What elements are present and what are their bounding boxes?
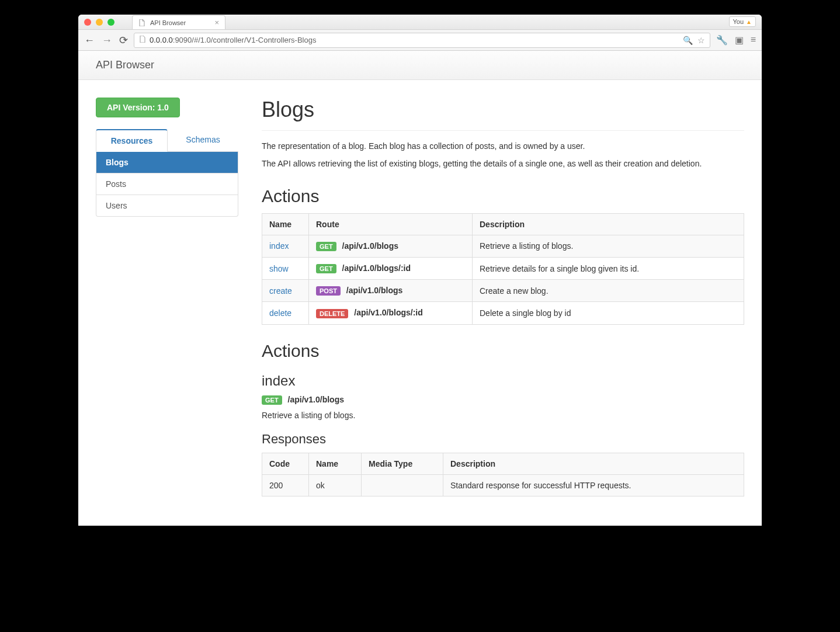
col-name: Name (262, 213, 309, 235)
route-path: /api/v1.0/blogs (346, 286, 402, 295)
col-description: Description (473, 213, 744, 235)
nav-buttons: ← → ⟳ (84, 35, 128, 46)
actions-heading: Actions (262, 186, 744, 206)
route-path: /api/v1.0/blogs (288, 395, 344, 404)
responses-heading: Responses (262, 432, 744, 447)
action-link-show[interactable]: show (269, 264, 289, 273)
method-badge-delete: DELETE (316, 309, 348, 318)
sidebar-tabs: Resources Schemas (96, 129, 238, 152)
browser-toolbar: ← → ⟳ 0.0.0.0:9090/#/1.0/controller/V1-C… (78, 30, 762, 51)
window-controls (84, 19, 114, 26)
sidebar-item-users[interactable]: Users (96, 195, 238, 216)
tab-schemas[interactable]: Schemas (168, 129, 238, 151)
action-name: index (262, 373, 744, 389)
col-description: Description (443, 453, 744, 475)
app-navbar: API Browser (78, 51, 762, 80)
api-version-button[interactable]: API Version: 1.0 (96, 98, 180, 117)
route-cell: GET /api/v1.0/blogs/:id (309, 257, 473, 279)
table-row: create POST /api/v1.0/blogs Create a new… (262, 280, 744, 302)
actions-detail-heading: Actions (262, 341, 744, 361)
brand[interactable]: API Browser (96, 59, 154, 71)
sidebar: API Version: 1.0 Resources Schemas Blogs… (96, 98, 238, 508)
profile-badge[interactable]: You ▲ (729, 16, 756, 27)
method-badge-get: GET (262, 395, 282, 405)
menu-icon[interactable]: ≡ (751, 34, 756, 46)
site-info-icon[interactable] (139, 36, 146, 44)
browser-window: API Browser × You ▲ ← → ⟳ 0.0.0.0:9090/#… (78, 15, 762, 526)
description-2: The API allows retrieving the list of ex… (262, 158, 744, 169)
bookmark-icon[interactable]: ☆ (697, 36, 705, 45)
action-link-delete[interactable]: delete (269, 308, 291, 318)
col-media: Media Type (362, 453, 443, 475)
resource-list: Blogs Posts Users (96, 152, 238, 217)
table-row: delete DELETE /api/v1.0/blogs/:id Delete… (262, 302, 744, 324)
method-badge-post: POST (316, 286, 341, 296)
description-1: The representation of a blog. Each blog … (262, 140, 744, 152)
page-content: API Version: 1.0 Resources Schemas Blogs… (78, 80, 762, 526)
page-title: Blogs (262, 98, 744, 122)
maximize-window-icon[interactable] (107, 19, 114, 26)
table-row: index GET /api/v1.0/blogs Retrieve a lis… (262, 235, 744, 257)
back-button[interactable]: ← (84, 35, 95, 46)
tab-resources[interactable]: Resources (96, 129, 168, 152)
wrench-icon[interactable]: 🔧 (716, 34, 728, 46)
sidebar-item-posts[interactable]: Posts (96, 173, 238, 195)
toolbar-icons: 🔧 ▣ ≡ (716, 34, 756, 46)
route-cell: POST /api/v1.0/blogs (309, 280, 473, 302)
table-row: 200 ok Standard response for successful … (262, 475, 744, 496)
close-tab-icon[interactable]: × (214, 18, 219, 27)
zoom-icon[interactable]: 🔍 (683, 36, 693, 45)
actions-table: Name Route Description index GET /api/v1… (262, 213, 744, 325)
action-route: GET /api/v1.0/blogs (262, 395, 744, 405)
browser-tab[interactable]: API Browser × (132, 15, 225, 29)
description-cell: Create a new blog. (473, 280, 744, 302)
main-content: Blogs The representation of a blog. Each… (262, 98, 744, 508)
sidebar-item-blogs[interactable]: Blogs (96, 152, 238, 173)
col-route: Route (309, 213, 473, 235)
divider (262, 130, 744, 131)
address-bar[interactable]: 0.0.0.0:9090/#/1.0/controller/V1-Control… (134, 33, 710, 48)
cast-icon[interactable]: ▣ (735, 34, 744, 46)
responses-table: Code Name Media Type Description 200 ok … (262, 453, 744, 496)
response-name: ok (309, 475, 362, 496)
browser-tab-title: API Browser (150, 19, 186, 26)
route-path: /api/v1.0/blogs (342, 241, 398, 251)
route-cell: DELETE /api/v1.0/blogs/:id (309, 302, 473, 324)
profile-label: You (733, 18, 744, 25)
description-cell: Delete a single blog by id (473, 302, 744, 324)
table-row: show GET /api/v1.0/blogs/:id Retrieve de… (262, 257, 744, 279)
response-description: Standard response for successful HTTP re… (443, 475, 744, 496)
method-badge-get: GET (316, 264, 336, 273)
forward-button[interactable]: → (102, 35, 112, 46)
col-code: Code (262, 453, 309, 475)
route-path: /api/v1.0/blogs/:id (342, 263, 411, 273)
action-summary: Retrieve a listing of blogs. (262, 409, 744, 421)
action-link-index[interactable]: index (269, 241, 289, 251)
action-link-create[interactable]: create (269, 286, 292, 296)
reload-button[interactable]: ⟳ (119, 35, 128, 46)
url-text: 0.0.0.0:9090/#/1.0/controller/V1-Control… (150, 36, 316, 44)
minimize-window-icon[interactable] (96, 19, 103, 26)
browser-titlebar: API Browser × You ▲ (78, 15, 762, 30)
route-path: /api/v1.0/blogs/:id (354, 308, 422, 317)
description-cell: Retrieve details for a single blog given… (473, 257, 744, 279)
route-cell: GET /api/v1.0/blogs (309, 235, 473, 257)
response-media (362, 475, 443, 496)
description-cell: Retrieve a listing of blogs. (473, 235, 744, 257)
col-name: Name (309, 453, 362, 475)
page-icon (138, 19, 145, 26)
close-window-icon[interactable] (84, 19, 91, 26)
warning-icon: ▲ (746, 19, 752, 25)
method-badge-get: GET (316, 242, 336, 251)
response-code: 200 (262, 475, 309, 496)
